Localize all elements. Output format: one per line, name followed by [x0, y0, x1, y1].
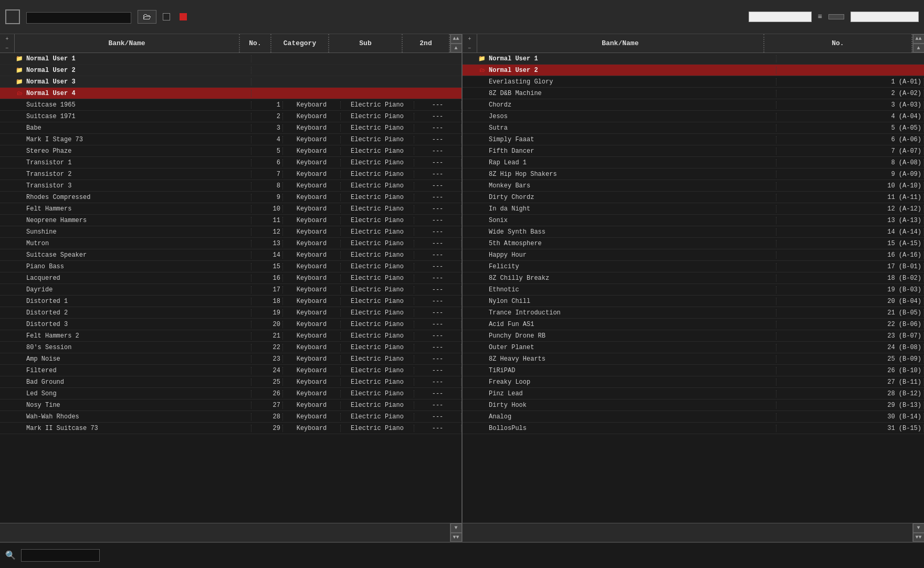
bank-checkbox[interactable] [180, 13, 187, 20]
right-expand-button[interactable]: + [463, 34, 477, 44]
right-scroll-up[interactable]: ▲ [913, 44, 925, 53]
right-data-row-15[interactable]: Happy Hour 16 (A-16) [463, 249, 924, 261]
right-data-row-6[interactable]: Fifth Dancer 7 (A-07) [463, 145, 924, 157]
left-data-row-3[interactable]: Mark I Stage 73 4 Keyboard Electric Pian… [0, 134, 461, 145]
name-cell: Trance Introduction [487, 309, 776, 317]
right-data-row-26[interactable]: Freaky Loop 27 (B-11) [463, 376, 924, 388]
left-data-row-17[interactable]: Distorted 1 18 Keyboard Electric Piano -… [0, 296, 461, 307]
category-checkbox[interactable] [163, 13, 170, 20]
right-data-row-10[interactable]: Dirty Chordz 11 (A-11) [463, 192, 924, 203]
2nd-cell: --- [414, 148, 461, 155]
right-data-row-23[interactable]: Outer Planet 24 (B-08) [463, 342, 924, 353]
left-data-row-20[interactable]: Felt Hammers 2 21 Keyboard Electric Pian… [0, 330, 461, 342]
right-data-row-30[interactable]: BollosPuls 31 (B-15) [463, 423, 924, 434]
left-data-row-14[interactable]: Piano Bass 15 Keyboard Electric Piano --… [0, 261, 461, 272]
right-data-row-7[interactable]: Rap Lead 1 8 (A-08) [463, 157, 924, 169]
right-data-row-12[interactable]: Sonix 13 (A-13) [463, 215, 924, 226]
right-data-row-9[interactable]: Monkey Bars 10 (A-10) [463, 180, 924, 192]
left-data-row-11[interactable]: Sunshine 12 Keyboard Electric Piano --- [0, 226, 461, 238]
left-data-row-9[interactable]: Felt Hammers 10 Keyboard Electric Piano … [0, 203, 461, 215]
left-data-row-24[interactable]: Bad Ground 25 Keyboard Electric Piano --… [0, 376, 461, 388]
left-data-row-13[interactable]: Suitcase Speaker 14 Keyboard Electric Pi… [0, 249, 461, 261]
left-scroll-down-fast[interactable]: ▼▼ [450, 533, 462, 542]
left-bank-row-0[interactable]: 📁 Normal User 1 [0, 53, 461, 65]
right-scroll-down-fast[interactable]: ▼▼ [913, 533, 925, 542]
left-bank-row-1[interactable]: 📁 Normal User 2 [0, 65, 461, 76]
right-data-row-13[interactable]: Wide Synth Bass 14 (A-14) [463, 226, 924, 238]
left-expand-button[interactable]: + [0, 34, 14, 44]
left-scroll-up[interactable]: ▲ [450, 44, 462, 53]
left-data-row-8[interactable]: Rhodes Compressed 9 Keyboard Electric Pi… [0, 192, 461, 203]
folder-button[interactable]: 🗁 [138, 10, 156, 24]
right-data-row-16[interactable]: Felicity 17 (B-01) [463, 261, 924, 272]
left-data-row-1[interactable]: Suitcase 1971 2 Keyboard Electric Piano … [0, 111, 461, 122]
right-data-row-17[interactable]: 8Z Chilly Breakz 18 (B-02) [463, 272, 924, 284]
right-bank-row-1[interactable]: 🗁 Normal User 2 [463, 65, 924, 76]
left-bank-row-2[interactable]: 📁 Normal User 3 [0, 76, 461, 88]
left-data-row-0[interactable]: Suitcase 1965 1 Keyboard Electric Piano … [0, 99, 461, 111]
right-data-row-25[interactable]: TiRiPAD 26 (B-10) [463, 365, 924, 376]
left-data-row-5[interactable]: Transistor 1 6 Keyboard Electric Piano -… [0, 157, 461, 169]
right-data-row-8[interactable]: 8Z Hip Hop Shakers 9 (A-09) [463, 169, 924, 180]
right-data-row-4[interactable]: Sutra 5 (A-05) [463, 122, 924, 134]
left-bank-row-3[interactable]: 🗁 Normal User 4 [0, 88, 461, 99]
left-data-row-12[interactable]: Mutron 13 Keyboard Electric Piano --- [0, 238, 461, 249]
left-data-row-28[interactable]: Mark II Suitcase 73 29 Keyboard Electric… [0, 423, 461, 434]
left-col-no: No. [240, 34, 271, 52]
row-icon [15, 390, 24, 398]
left-data-row-4[interactable]: Stereo Phaze 5 Keyboard Electric Piano -… [0, 145, 461, 157]
top-search-bar-right[interactable] [850, 12, 919, 22]
left-data-row-18[interactable]: Distorted 2 19 Keyboard Electric Piano -… [0, 307, 461, 319]
right-data-row-27[interactable]: Pinz Lead 28 (B-12) [463, 388, 924, 399]
no-cell: 19 (B-03) [776, 286, 924, 293]
right-data-row-18[interactable]: Ethnotic 19 (B-03) [463, 284, 924, 296]
left-scroll-up-fast[interactable]: ▲▲ [450, 34, 462, 44]
right-data-row-0[interactable]: Everlasting Glory 1 (A-01) [463, 76, 924, 88]
row-icon [477, 390, 487, 398]
right-data-row-1[interactable]: 8Z D&B Machine 2 (A-02) [463, 88, 924, 99]
left-data-row-22[interactable]: Amp Noise 23 Keyboard Electric Piano --- [0, 353, 461, 365]
category-cell: Keyboard [283, 251, 341, 259]
left-data-row-2[interactable]: Babe 3 Keyboard Electric Piano --- [0, 122, 461, 134]
right-data-row-19[interactable]: Nylon Chill 20 (B-04) [463, 296, 924, 307]
right-data-row-28[interactable]: Dirty Hook 29 (B-13) [463, 399, 924, 411]
left-data-row-7[interactable]: Transistor 3 8 Keyboard Electric Piano -… [0, 180, 461, 192]
right-data-row-3[interactable]: Jesos 4 (A-04) [463, 111, 924, 122]
menu-icon[interactable]: ≡ [818, 13, 822, 21]
left-data-row-23[interactable]: Filtered 24 Keyboard Electric Piano --- [0, 365, 461, 376]
left-collapse-button[interactable]: − [0, 44, 14, 53]
name-cell: TiRiPAD [487, 367, 776, 374]
right-data-row-14[interactable]: 5th Atmosphere 15 (A-15) [463, 238, 924, 249]
search-input[interactable] [21, 549, 100, 562]
left-data-row-10[interactable]: Neoprene Hammers 11 Keyboard Electric Pi… [0, 215, 461, 226]
left-data-row-16[interactable]: Dayride 17 Keyboard Electric Piano --- [0, 284, 461, 296]
import-button[interactable] [828, 14, 844, 19]
left-data-row-6[interactable]: Transistor 2 7 Keyboard Electric Piano -… [0, 169, 461, 180]
right-data-row-24[interactable]: 8Z Heavy Hearts 25 (B-09) [463, 353, 924, 365]
close-button[interactable] [5, 9, 20, 24]
left-scroll-down[interactable]: ▼ [450, 523, 462, 533]
right-data-row-22[interactable]: Punchy Drone RB 23 (B-07) [463, 330, 924, 342]
left-data-row-21[interactable]: 80's Session 22 Keyboard Electric Piano … [0, 342, 461, 353]
left-data-row-27[interactable]: Wah-Wah Rhodes 28 Keyboard Electric Pian… [0, 411, 461, 423]
left-data-row-25[interactable]: Led Song 26 Keyboard Electric Piano --- [0, 388, 461, 399]
no-cell: 14 [251, 251, 283, 259]
right-bank-row-0[interactable]: 📁 Normal User 1 [463, 53, 924, 65]
file-name-input[interactable] [26, 12, 131, 24]
right-scroll-down[interactable]: ▼ [913, 523, 925, 533]
category-cell: Keyboard [283, 124, 341, 132]
right-data-row-5[interactable]: Simply Faaat 6 (A-06) [463, 134, 924, 145]
left-data-row-15[interactable]: Lacquered 16 Keyboard Electric Piano --- [0, 272, 461, 284]
right-data-row-20[interactable]: Trance Introduction 21 (B-05) [463, 307, 924, 319]
top-search-bar-left[interactable] [749, 12, 812, 22]
right-data-row-29[interactable]: Analog 30 (B-14) [463, 411, 924, 423]
right-data-row-2[interactable]: Chordz 3 (A-03) [463, 99, 924, 111]
right-collapse-button[interactable]: − [463, 44, 477, 53]
category-cell: Keyboard [283, 309, 341, 317]
left-data-row-19[interactable]: Distorted 3 20 Keyboard Electric Piano -… [0, 319, 461, 330]
right-data-row-11[interactable]: In da Night 12 (A-12) [463, 203, 924, 215]
left-data-row-26[interactable]: Nosy Tine 27 Keyboard Electric Piano --- [0, 399, 461, 411]
no-cell: 12 (A-12) [776, 205, 924, 213]
right-scroll-up-fast[interactable]: ▲▲ [913, 34, 925, 44]
right-data-row-21[interactable]: Acid Fun AS1 22 (B-06) [463, 319, 924, 330]
